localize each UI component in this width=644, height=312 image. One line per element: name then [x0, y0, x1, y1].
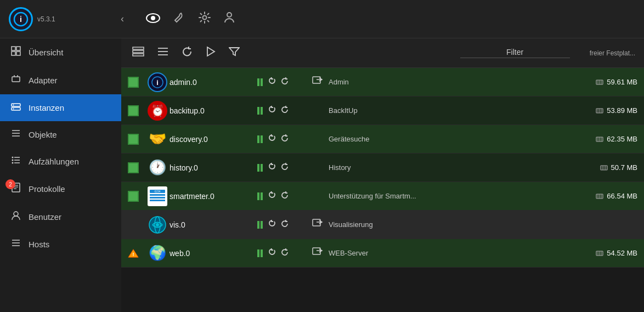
protokolle-badge: 2 [5, 179, 15, 189]
instance-actions [257, 191, 312, 202]
benutzer-icon [10, 211, 22, 223]
collapse-button[interactable]: ‹ [121, 13, 124, 25]
sidebar-item-hosts[interactable]: Hosts [0, 231, 121, 258]
svg-rect-62 [150, 197, 165, 198]
table-row: ⏰ backitup.0 BackItUp 53.89 MB [121, 97, 644, 125]
svg-rect-63 [150, 200, 165, 201]
restart-button[interactable] [280, 105, 289, 116]
svg-text:0234: 0234 [154, 190, 160, 193]
svg-text:!: ! [132, 251, 134, 257]
table-view-button[interactable] [130, 44, 146, 61]
wrench-icon[interactable] [173, 12, 185, 27]
config-button[interactable] [267, 105, 276, 116]
config-button[interactable] [267, 191, 276, 202]
pause-button[interactable] [257, 78, 263, 86]
svg-point-15 [13, 105, 14, 106]
svg-text:i: i [156, 78, 159, 87]
svg-point-5 [227, 13, 231, 17]
instance-actions [257, 77, 312, 88]
svg-point-30 [14, 212, 18, 216]
config-button[interactable] [267, 77, 276, 88]
instance-description: Visualisierung [329, 220, 572, 229]
restart-button[interactable] [280, 134, 289, 145]
sidebar-item-aufzahlungen[interactable]: Aufzählungen [0, 148, 121, 175]
svg-rect-35 [133, 50, 144, 53]
svg-point-23 [12, 157, 14, 158]
person-icon[interactable] [224, 12, 235, 27]
instance-description: Admin [329, 78, 572, 86]
refresh-button[interactable] [179, 44, 195, 62]
sidebar-item-objekte[interactable]: Objekte [0, 121, 121, 148]
link-button[interactable] [312, 219, 329, 230]
restart-button[interactable] [280, 191, 289, 202]
logo-area: i v5.3.1 ‹ [9, 7, 124, 31]
instance-name: vis.0 [170, 220, 257, 229]
svg-rect-6 [12, 47, 15, 50]
instance-actions [257, 105, 312, 116]
restart-button[interactable] [280, 248, 289, 259]
play-button[interactable] [204, 44, 218, 62]
sidebar-label-adapter: Adapter [29, 76, 58, 85]
instance-actions [257, 219, 312, 230]
instance-memory: 62.35 MB [572, 135, 637, 143]
status-indicator: ! [128, 248, 145, 259]
instance-icon: 🕐 [145, 158, 170, 178]
config-button[interactable] [267, 134, 276, 145]
instance-memory: 59.61 MB [572, 78, 637, 86]
list-view-button[interactable] [155, 44, 171, 61]
pause-button[interactable] [257, 249, 263, 257]
sidebar-label-instanzen: Instanzen [29, 103, 64, 112]
table-row: 🤝 discovery.0 Gerätesuche 62.35 MB [121, 125, 644, 154]
sidebar-item-ubersicht[interactable]: Übersicht [0, 38, 121, 66]
config-button[interactable] [267, 162, 276, 173]
eye-icon[interactable] [146, 12, 160, 26]
status-indicator [128, 134, 145, 145]
sidebar-label-objekte: Objekte [29, 130, 57, 139]
config-button[interactable] [267, 219, 276, 230]
sidebar: Übersicht Adapter Instanz [0, 38, 121, 312]
sidebar-label-benutzer: Benutzer [29, 212, 61, 222]
sidebar-label-ubersicht: Übersicht [29, 48, 63, 57]
grid-icon [10, 46, 22, 59]
sidebar-item-protokolle[interactable]: 2 Protokolle [0, 175, 121, 203]
link-button[interactable] [312, 247, 329, 259]
link-button[interactable] [312, 76, 329, 88]
pause-button[interactable] [257, 221, 263, 229]
filter-underline [460, 58, 570, 58]
pause-button[interactable] [257, 107, 263, 115]
svg-point-4 [203, 15, 207, 19]
restart-button[interactable] [280, 77, 289, 88]
status-green [128, 77, 139, 88]
svg-rect-13 [12, 104, 20, 106]
instance-icon [145, 215, 170, 235]
svg-point-3 [151, 16, 155, 20]
pause-button[interactable] [257, 192, 263, 200]
table-row: 🕐 history.0 History 50.7 MB [121, 154, 644, 182]
svg-point-24 [12, 160, 14, 161]
main-layout: Übersicht Adapter Instanz [0, 38, 644, 312]
restart-button[interactable] [280, 162, 289, 173]
sidebar-item-adapter[interactable]: Adapter [0, 66, 121, 94]
restart-button[interactable] [280, 219, 289, 230]
top-bar: i v5.3.1 ‹ [0, 0, 644, 38]
instance-description: BackItUp [329, 106, 572, 115]
pause-button[interactable] [257, 164, 263, 172]
top-nav [135, 12, 235, 27]
table-row: 0234 smartmeter.0 Unterstützung für Smar… [121, 182, 644, 211]
status-indicator [128, 105, 145, 116]
instances-toolbar: Filter freier Festplat... [121, 38, 644, 68]
sidebar-item-instanzen[interactable]: Instanzen [0, 94, 121, 121]
filter-button[interactable] [227, 44, 242, 61]
svg-rect-14 [12, 107, 20, 110]
version-label: v5.3.1 [37, 15, 55, 23]
aufzahlungen-icon [10, 156, 22, 167]
sidebar-item-benutzer[interactable]: Benutzer [0, 203, 121, 231]
pause-button[interactable] [257, 135, 263, 143]
status-green [128, 134, 139, 145]
instance-description: Gerätesuche [329, 135, 572, 143]
sidebar-label-aufzahlungen: Aufzählungen [29, 157, 79, 166]
instanzen-icon [10, 102, 22, 114]
config-button[interactable] [267, 248, 276, 259]
svg-rect-61 [150, 194, 165, 196]
gear-icon[interactable] [199, 12, 211, 27]
